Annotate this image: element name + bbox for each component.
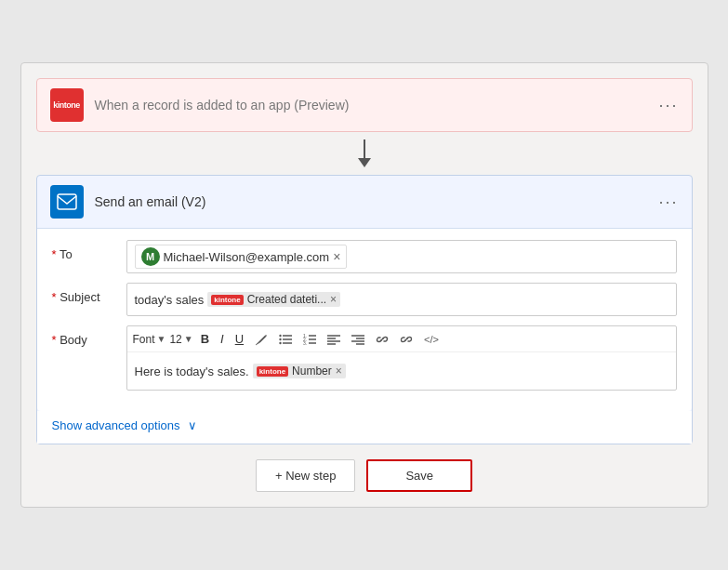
svg-line-22 (405, 338, 408, 340)
svg-text:3.: 3. (303, 340, 307, 345)
size-dropdown-arrow: ▼ (184, 334, 193, 344)
numbered-list-button[interactable]: 1. 2. 3. (299, 332, 320, 347)
bullet-list-icon (279, 334, 292, 345)
save-button[interactable]: Save (366, 459, 472, 492)
pen-icon (255, 333, 268, 346)
align-left-button[interactable] (324, 332, 344, 347)
advanced-options-chevron: ∨ (188, 418, 197, 432)
font-dropdown-arrow: ▼ (157, 334, 166, 344)
align-left-icon (327, 334, 340, 345)
to-required-star: * (52, 247, 60, 261)
body-field-container[interactable]: Font ▼ 12 ▼ B I U (126, 325, 677, 391)
body-number-tag-close[interactable]: × (336, 365, 342, 378)
flow-arrow (36, 132, 693, 175)
body-content[interactable]: Here is today's sales. kintone Number × (127, 352, 676, 390)
body-kintone-tag: kintone Number × (253, 364, 346, 378)
advanced-options-label: Show advanced options (52, 418, 180, 432)
subject-input[interactable]: today's sales kintone Created dateti... … (126, 283, 677, 316)
action-more-button[interactable]: ··· (658, 192, 678, 212)
kintone-trigger-icon: kintone (50, 88, 84, 122)
align-right-icon (351, 334, 364, 345)
to-tag-close-button[interactable]: × (333, 250, 340, 263)
code-button[interactable]: </> (420, 332, 443, 347)
underline-button[interactable]: U (232, 330, 247, 348)
subject-tag-close-button[interactable]: × (330, 293, 337, 306)
svg-point-5 (279, 341, 281, 343)
align-right-button[interactable] (348, 332, 368, 347)
email-action-icon (50, 185, 84, 219)
subject-text: today's sales (135, 293, 205, 307)
subject-label: * Subject (52, 283, 126, 304)
font-select[interactable]: Font ▼ (133, 333, 166, 346)
bold-button[interactable]: B (197, 330, 213, 348)
action-header: Send an email (V2) ··· (37, 176, 692, 229)
bottom-bar: + New step Save (36, 459, 693, 492)
trigger-title-text: When a record is added to an app (95, 98, 291, 113)
subject-label-text: Subject (60, 290, 99, 304)
pen-button[interactable] (251, 331, 271, 348)
body-label-text: Body (60, 333, 87, 347)
to-label: * To (52, 240, 126, 261)
to-label-text: To (60, 247, 73, 261)
email-svg-icon (57, 193, 77, 210)
trigger-more-button[interactable]: ··· (658, 96, 678, 115)
fields-container: * To M Michael-Wilson@example.com × * Su… (37, 229, 692, 411)
arrow-head (358, 158, 371, 167)
svg-rect-0 (58, 194, 76, 209)
new-step-button[interactable]: + New step (256, 459, 355, 492)
subject-kintone-tag: kintone Created dateti... × (207, 292, 340, 307)
bullet-list-button[interactable] (275, 332, 296, 347)
body-content-text: Here is today's sales. (135, 365, 249, 378)
to-email-tag: M Michael-Wilson@example.com × (135, 245, 348, 269)
to-tag-email: Michael-Wilson@example.com (164, 250, 330, 264)
trigger-title: When a record is added to an app (Previe… (95, 98, 679, 113)
main-container: kintone When a record is added to an app… (20, 62, 708, 508)
subject-required-star: * (52, 290, 60, 304)
arrow-down-icon (358, 139, 371, 167)
unlink-button[interactable] (396, 331, 417, 348)
svg-point-3 (279, 338, 281, 339)
kintone-logo-text: kintone (53, 100, 80, 110)
body-label: * Body (52, 325, 126, 347)
italic-button[interactable]: I (217, 330, 228, 348)
advanced-options-toggle[interactable]: Show advanced options ∨ (37, 411, 692, 444)
font-label: Font (133, 333, 155, 346)
action-title: Send an email (V2) (95, 194, 679, 209)
to-input[interactable]: M Michael-Wilson@example.com × (126, 240, 677, 273)
subject-field-row: * Subject today's sales kintone Created … (52, 283, 677, 316)
body-kintone-badge: kintone (257, 366, 288, 377)
body-required-star: * (52, 333, 60, 347)
link-button[interactable] (372, 331, 392, 348)
to-tag-avatar: M (141, 247, 160, 266)
arrow-line (364, 139, 365, 158)
size-select[interactable]: 12 ▼ (169, 333, 192, 346)
trigger-card: kintone When a record is added to an app… (36, 78, 693, 132)
subject-kintone-badge: kintone (211, 295, 243, 305)
action-card: Send an email (V2) ··· * To M Michael-Wi… (36, 175, 693, 444)
link-icon (376, 333, 389, 346)
body-field-row: * Body Font ▼ 12 ▼ B I (52, 325, 677, 391)
trigger-preview-label: (Preview) (294, 98, 349, 113)
numbered-list-icon: 1. 2. 3. (303, 334, 316, 345)
unlink-icon (400, 333, 413, 346)
body-number-tag-text: Number (292, 365, 332, 378)
body-toolbar: Font ▼ 12 ▼ B I U (127, 326, 676, 352)
svg-line-21 (381, 338, 384, 340)
to-field-row: * To M Michael-Wilson@example.com × (52, 240, 677, 273)
size-label: 12 (169, 333, 181, 346)
subject-tag-text: Created dateti... (247, 293, 326, 306)
svg-point-1 (279, 334, 281, 336)
